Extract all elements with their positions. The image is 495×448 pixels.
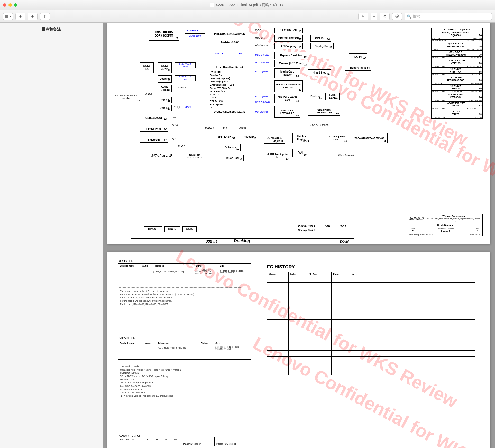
power-table: L7:GND L8:ComponentBattery Charger/Selec… [431, 28, 483, 119]
pdf-page-2: Lenovo Confidential for WKS Review Lenov… [107, 252, 490, 448]
zoom-icon[interactable] [14, 3, 17, 7]
window-title: X230 11232-1_final_r4.pdf（页码：1/101） [210, 3, 285, 7]
pdf-file-icon [210, 3, 214, 7]
zoom-out-icon: ⊖ [19, 14, 22, 19]
share-button[interactable]: ⇧ [40, 13, 50, 20]
highlight-icon: ✎ [362, 14, 365, 19]
search-icon: 🔍 [407, 14, 411, 19]
capacitor-table: Symbol nameValueToleranceRatingSize (M: … [118, 341, 251, 360]
title-block: 緯創資通 Wistron Corporation21F, 88, Sec.1, … [408, 214, 483, 236]
zoom-out-button[interactable]: ⊖ [15, 13, 25, 20]
sidebar-toggle-button[interactable]: ▦ ▾ [3, 13, 13, 20]
highlight-dropdown[interactable]: ▾ [371, 13, 377, 20]
window-controls [3, 3, 17, 7]
search-input[interactable]: 🔍 搜索 [405, 13, 492, 20]
highlight-button[interactable]: ✎ [358, 13, 368, 20]
ec-history: EC HISTORY StageDateEC No.PageNote [267, 264, 475, 375]
sidebar-title: 重点和备注 [4, 27, 98, 32]
markup-button[interactable]: Ⓐ [392, 13, 402, 20]
sidebar: 重点和备注 [0, 23, 103, 448]
docking-block: HP OUT MIC IN SATA USB x 4 Docking Displ… [131, 221, 354, 239]
rotate-button[interactable]: ⟲ [380, 13, 390, 20]
window-titlebar: X230 11232-1_final_r4.pdf（页码：1/101） [0, 0, 495, 10]
resistor-table: Symbol nameValueToleranceRatingSize (J: … [118, 264, 251, 284]
pdf-page-1: Lenovo Confidential for WKS Review Lenov… [107, 23, 490, 244]
zoom-in-button[interactable]: ⊕ [28, 13, 38, 20]
pdf-viewport[interactable]: Lenovo Confidential for WKS Review Lenov… [103, 23, 495, 448]
close-icon[interactable] [3, 3, 6, 7]
rotate-icon: ⟲ [383, 14, 386, 19]
block-diagram: UNBUFFEREDDDR3 SODIMM13 Channel B DDR3 1… [113, 28, 485, 239]
markup-icon: Ⓐ [395, 14, 399, 19]
minimize-icon[interactable] [8, 3, 12, 7]
toolbar: ▦ ▾ ⊖ ⊕ ⇧ ✎ ▾ ⟲ Ⓐ 🔍 搜索 [0, 10, 495, 23]
zoom-in-icon: ⊕ [31, 14, 34, 19]
share-icon: ⇧ [43, 14, 47, 19]
